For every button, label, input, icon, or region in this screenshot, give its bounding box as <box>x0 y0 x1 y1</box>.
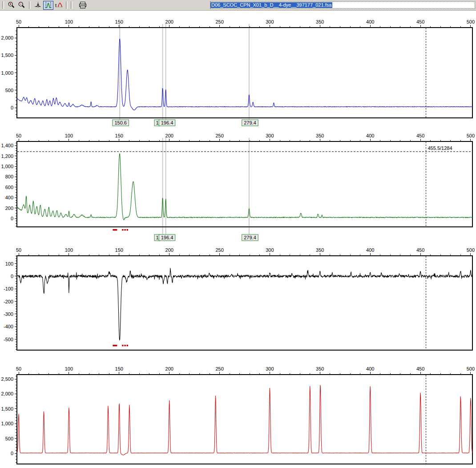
svg-text:350: 350 <box>316 19 324 24</box>
peak-size-label[interactable]: 196.4 <box>159 120 175 126</box>
red-dot-mark <box>124 229 125 230</box>
svg-text:150: 150 <box>115 247 123 253</box>
svg-text:300: 300 <box>266 247 274 253</box>
svg-text:1,000: 1,000 <box>1 164 13 169</box>
svg-text:450: 450 <box>416 366 424 371</box>
svg-text:196.4: 196.4 <box>161 120 173 125</box>
svg-text:400: 400 <box>5 195 13 200</box>
red-peak-ta-icon: t <box>55 1 62 9</box>
svg-text:150: 150 <box>115 133 123 138</box>
toolbar-separator <box>2 1 4 9</box>
red-dot-mark <box>122 345 123 346</box>
zoom-out-button[interactable] <box>16 1 27 10</box>
svg-text:400: 400 <box>366 247 374 253</box>
panel-2-green-dye-trace[interactable]: 5010015020025030035040045050002004006008… <box>0 132 476 245</box>
red-dot-mark <box>122 229 123 230</box>
svg-text:1,500: 1,500 <box>1 52 13 58</box>
svg-text:0: 0 <box>11 451 13 456</box>
svg-text:-100: -100 <box>4 286 13 291</box>
peak-size-label[interactable]: 196.4 <box>159 234 175 241</box>
svg-text:250: 250 <box>215 133 223 138</box>
svg-text:200: 200 <box>165 133 173 138</box>
svg-text:400: 400 <box>366 366 374 371</box>
svg-text:300: 300 <box>266 366 274 371</box>
svg-text:250: 250 <box>215 366 223 371</box>
svg-text:800: 800 <box>5 174 13 179</box>
svg-text:-400: -400 <box>4 324 13 329</box>
svg-text:1,400: 1,400 <box>1 143 13 148</box>
red-dash-mark <box>113 345 117 347</box>
panel-3-black-dye-trace[interactable]: 50100150200250300350400450500-500-400-30… <box>0 246 476 355</box>
svg-text:1,200: 1,200 <box>1 153 13 159</box>
genescan-window: t D06_SCOC_CPN_X01_b_D__4-dye__397177_02… <box>0 0 476 468</box>
svg-text:250: 250 <box>215 247 223 253</box>
svg-text:300: 300 <box>266 19 274 24</box>
svg-text:200: 200 <box>165 366 173 371</box>
red-dot-mark <box>127 345 128 346</box>
svg-text:0: 0 <box>11 216 13 221</box>
filename-field[interactable]: D06_SCOC_CPN_X01_b_D__4-dye__397177_021.… <box>210 1 475 9</box>
plot-frame <box>17 28 472 118</box>
svg-text:50: 50 <box>16 247 21 253</box>
peak-size-label[interactable]: 279.4 <box>242 234 258 241</box>
svg-text:500: 500 <box>467 247 475 253</box>
svg-text:2,500: 2,500 <box>1 376 13 382</box>
svg-text:50: 50 <box>16 366 21 371</box>
svg-text:0: 0 <box>11 105 13 110</box>
peak-tool-button[interactable] <box>43 1 53 10</box>
zoom-in-button[interactable] <box>6 1 16 10</box>
red-dot-mark <box>127 229 128 230</box>
peak-size-label[interactable]: 150.6 <box>113 120 129 126</box>
svg-text:-500: -500 <box>4 337 13 342</box>
svg-text:150.6: 150.6 <box>114 120 127 125</box>
crosshair-value-label: 455.5/1284 <box>428 145 452 151</box>
svg-text:500: 500 <box>467 133 475 138</box>
svg-text:350: 350 <box>316 247 324 253</box>
red-dash-mark <box>113 229 117 231</box>
svg-text:100: 100 <box>65 247 73 253</box>
plot-frame <box>17 256 472 350</box>
svg-text:350: 350 <box>316 366 324 371</box>
svg-text:300: 300 <box>266 133 274 138</box>
panel-4-red-size-standard-trace[interactable]: 5010015020025030035040045050005001,0001,… <box>0 365 476 468</box>
svg-text:450: 450 <box>416 19 424 24</box>
svg-text:500: 500 <box>5 88 13 93</box>
peak-size-label[interactable]: 279.4 <box>242 120 258 126</box>
toolbar: t D06_SCOC_CPN_X01_b_D__4-dye__397177_02… <box>0 0 476 11</box>
print-button[interactable] <box>77 1 88 10</box>
svg-text:100: 100 <box>65 19 73 24</box>
svg-text:2,000: 2,000 <box>1 391 13 396</box>
svg-text:200: 200 <box>165 247 173 253</box>
magnifier-plus-icon <box>8 1 15 9</box>
select-tool-button[interactable] <box>33 1 43 10</box>
panel-1-blue-dye-trace[interactable]: 5010015020025030035040045050005001,0001,… <box>0 18 476 130</box>
svg-text:500: 500 <box>5 436 13 441</box>
svg-text:200: 200 <box>165 19 173 24</box>
green-peak-icon <box>44 1 52 9</box>
svg-text:400: 400 <box>366 133 374 138</box>
svg-text:1,500: 1,500 <box>1 406 13 412</box>
plot-frame <box>17 141 472 227</box>
svg-text:t: t <box>55 2 57 8</box>
svg-text:50: 50 <box>16 19 21 24</box>
svg-text:350: 350 <box>316 133 324 138</box>
svg-text:100: 100 <box>65 366 73 371</box>
svg-text:400: 400 <box>366 19 374 24</box>
filename-text: D06_SCOC_CPN_X01_b_D__4-dye__397177_021.… <box>210 2 332 8</box>
size-match-tool-button[interactable]: t <box>53 1 64 10</box>
svg-text:450: 450 <box>416 247 424 253</box>
svg-text:100: 100 <box>5 261 13 266</box>
svg-text:500: 500 <box>467 19 475 24</box>
svg-text:250: 250 <box>215 19 223 24</box>
svg-text:150: 150 <box>115 366 123 371</box>
svg-text:150: 150 <box>115 19 123 24</box>
black-dye-trace <box>17 268 472 340</box>
crosshair-peak-icon <box>34 1 42 9</box>
svg-text:-200: -200 <box>4 299 13 304</box>
svg-text:450: 450 <box>416 133 424 138</box>
svg-text:279.4: 279.4 <box>244 235 256 240</box>
svg-text:600: 600 <box>5 185 13 190</box>
printer-icon <box>79 1 87 9</box>
green-dye-trace <box>17 153 472 220</box>
svg-text:196.4: 196.4 <box>161 235 173 240</box>
